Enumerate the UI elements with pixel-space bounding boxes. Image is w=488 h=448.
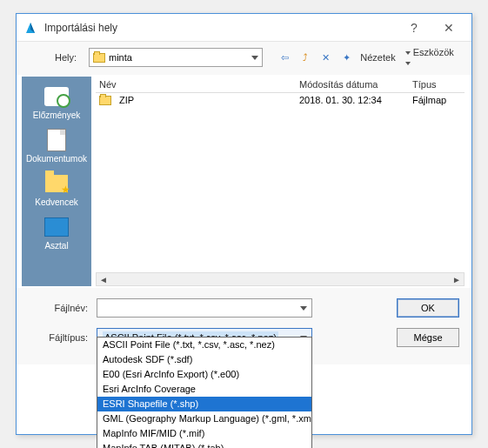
filetype-option[interactable]: ESRI Shapefile (*.shp): [97, 397, 311, 411]
sidebar-item-documents[interactable]: Dokumentumok: [22, 125, 91, 166]
sidebar-item-desktop[interactable]: Asztal: [22, 212, 91, 253]
import-dialog: Importálási hely ? ✕ Hely: minta ⇦ ⤴ ✕ ✦…: [16, 13, 472, 435]
sidebar-item-favorites[interactable]: Kedvencek: [22, 169, 91, 210]
close-icon: ✕: [444, 21, 454, 35]
cancel-button[interactable]: Mégse: [397, 328, 459, 347]
sidebar-item-history[interactable]: Előzmények: [22, 82, 91, 123]
col-header-name[interactable]: Név: [99, 79, 299, 90]
filename-label: Fájlnév:: [29, 303, 88, 313]
history-icon: [44, 87, 69, 106]
tools-menu[interactable]: Eszközök: [403, 47, 463, 68]
app-icon: [23, 21, 37, 35]
favorites-icon: [45, 175, 68, 192]
chevron-down-icon: [251, 56, 258, 60]
column-headers: Név Módosítás dátuma Típus: [96, 77, 465, 93]
location-label: Hely:: [25, 52, 77, 63]
filetype-label: Fájltípus:: [29, 332, 88, 343]
location-combo[interactable]: minta: [89, 48, 263, 67]
documents-icon: [47, 129, 66, 151]
new-folder-icon[interactable]: ✦: [340, 50, 354, 64]
toolbar-icons: ⇦ ⤴ ✕ ✦ Nézetek Eszközök: [278, 47, 463, 68]
ok-button[interactable]: OK: [397, 298, 459, 318]
filetype-option[interactable]: ASCII Point File (*.txt, *.csv, *.asc, *…: [97, 338, 311, 352]
desktop-icon: [44, 217, 69, 237]
filename-input[interactable]: [97, 298, 312, 318]
col-header-type[interactable]: Típus: [412, 79, 461, 90]
back-icon[interactable]: ⇦: [278, 50, 292, 64]
window-title: Importálási hely: [44, 22, 397, 34]
file-name: ZIP: [119, 95, 134, 105]
bottom-panel: Fájlnév: OK Fájltípus: ASCII Point File …: [17, 288, 471, 364]
file-list: Név Módosítás dátuma Típus ZIP 2018. 01.…: [96, 77, 465, 286]
horizontal-scrollbar[interactable]: ◄ ►: [96, 272, 465, 286]
sidebar-item-label: Dokumentumok: [26, 154, 87, 164]
col-header-date[interactable]: Módosítás dátuma: [299, 79, 412, 90]
sidebar-item-label: Asztal: [44, 241, 68, 251]
filetype-option[interactable]: Esri ArcInfo Coverage: [97, 382, 311, 397]
up-icon[interactable]: ⤴: [299, 50, 313, 64]
sidebar-item-label: Előzmények: [33, 110, 80, 120]
help-button[interactable]: ?: [397, 16, 431, 40]
file-type: Fájlmap: [412, 95, 461, 105]
places-sidebar: Előzmények Dokumentumok Kedvencek Asztal: [22, 77, 91, 286]
search-icon[interactable]: ✕: [319, 50, 333, 64]
titlebar: Importálási hely ? ✕: [17, 14, 471, 42]
help-icon: ?: [411, 21, 418, 35]
filetype-option[interactable]: MapInfo MIF/MID (*.mif): [97, 426, 311, 441]
sidebar-item-label: Kedvencek: [35, 197, 77, 207]
filetype-option[interactable]: E00 (Esri ArcInfo Export) (*.e00): [97, 367, 311, 382]
scroll-right-icon[interactable]: ►: [450, 273, 464, 285]
file-row[interactable]: ZIP 2018. 01. 30. 12:34 Fájlmap: [96, 93, 465, 107]
file-date: 2018. 01. 30. 12:34: [299, 95, 412, 105]
filetype-option[interactable]: GML (Geography Markup Language) (*.gml, …: [97, 411, 311, 426]
filetype-option[interactable]: Autodesk SDF (*.sdf): [97, 352, 311, 367]
scroll-left-icon[interactable]: ◄: [97, 273, 110, 285]
filetype-dropdown[interactable]: ASCII Point File (*.txt, *.csv, *.asc, *…: [97, 337, 312, 448]
views-menu[interactable]: Nézetek: [360, 52, 395, 63]
close-button[interactable]: ✕: [431, 16, 466, 40]
folder-icon: [93, 53, 105, 63]
chevron-down-icon[interactable]: [296, 299, 311, 317]
location-value: minta: [109, 52, 132, 63]
filetype-option[interactable]: MapInfo TAB (MITAB) (*.tab): [97, 441, 311, 448]
folder-icon: [99, 96, 111, 105]
toolbar: Hely: minta ⇦ ⤴ ✕ ✦ Nézetek Eszközök: [17, 42, 471, 75]
